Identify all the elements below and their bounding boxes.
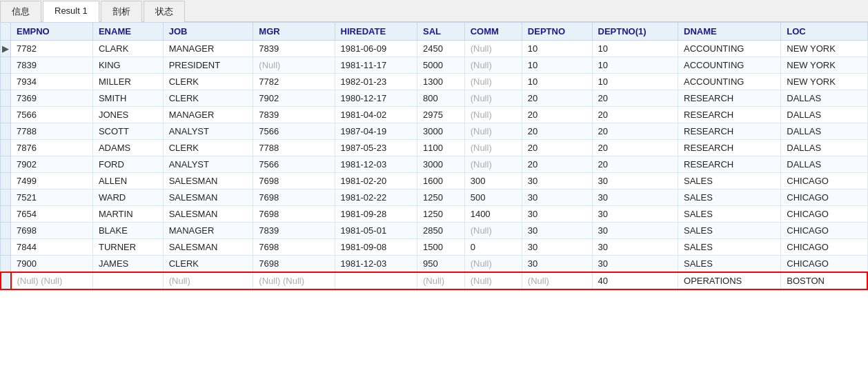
tab-剖析[interactable]: 剖析 <box>101 1 142 22</box>
col-header-empno[interactable]: EMPNO <box>11 23 93 41</box>
comm-cell: (Null) <box>464 272 522 289</box>
job-cell: MANAGER <box>163 41 253 57</box>
deptno1-cell: 20 <box>592 123 678 140</box>
dname-cell: RESEARCH <box>678 123 781 140</box>
sal-cell: 5000 <box>417 57 464 74</box>
hiredate-cell: 1981-02-20 <box>335 173 417 190</box>
job-cell: CLERK <box>163 90 253 107</box>
loc-cell: DALLAS <box>781 107 867 123</box>
deptno-cell: 20 <box>522 140 592 156</box>
table-row: 7900JAMESCLERK76981981-12-03950(Null)303… <box>1 256 868 273</box>
comm-cell: (Null) <box>464 74 522 90</box>
dname-cell: RESEARCH <box>678 156 781 173</box>
ename-cell: SCOTT <box>92 123 163 140</box>
deptno-cell: 30 <box>522 206 592 223</box>
loc-cell: CHICAGO <box>781 256 867 273</box>
empno-cell: 7839 <box>11 57 93 74</box>
job-cell: (Null) <box>163 272 253 289</box>
col-header-deptno1[interactable]: DEPTNO(1) <box>592 23 678 41</box>
col-indicator <box>1 23 11 41</box>
deptno1-cell: 20 <box>592 140 678 156</box>
dname-cell: RESEARCH <box>678 90 781 107</box>
loc-cell: NEW YORK <box>781 57 867 74</box>
deptno-cell: 30 <box>522 190 592 206</box>
sal-cell: 1250 <box>417 190 464 206</box>
row-indicator <box>1 107 11 123</box>
deptno-cell: 30 <box>522 223 592 239</box>
sal-cell: 3000 <box>417 123 464 140</box>
mgr-cell: (Null) <box>253 57 335 74</box>
col-header-loc[interactable]: LOC <box>781 23 867 41</box>
comm-cell: 0 <box>464 239 522 256</box>
tab-Result 1[interactable]: Result 1 <box>43 1 99 22</box>
col-header-sal[interactable]: SAL <box>417 23 464 41</box>
hiredate-cell: 1981-12-03 <box>335 256 417 273</box>
sal-cell: 1250 <box>417 206 464 223</box>
deptno-cell: (Null) <box>522 272 592 289</box>
comm-cell: 500 <box>464 190 522 206</box>
job-cell: ANALYST <box>163 156 253 173</box>
comm-cell: 1400 <box>464 206 522 223</box>
col-header-deptno[interactable]: DEPTNO <box>522 23 592 41</box>
empno-cell: (Null) (Null) <box>11 272 93 289</box>
mgr-cell: 7566 <box>253 156 335 173</box>
dname-cell: SALES <box>678 256 781 273</box>
sal-cell: 800 <box>417 90 464 107</box>
mgr-cell: 7839 <box>253 223 335 239</box>
sal-cell: 3000 <box>417 156 464 173</box>
row-indicator <box>1 140 11 156</box>
empno-cell: 7499 <box>11 173 93 190</box>
table-header: EMPNOENAMEJOBMGRHIREDATESALCOMMDEPTNODEP… <box>1 23 868 41</box>
row-indicator <box>1 74 11 90</box>
row-indicator <box>1 256 11 273</box>
hiredate-cell: 1981-09-08 <box>335 239 417 256</box>
ename-cell: WARD <box>92 190 163 206</box>
ename-cell: KING <box>92 57 163 74</box>
table-row: 7876ADAMSCLERK77881987-05-231100(Null)20… <box>1 140 868 156</box>
row-indicator <box>1 223 11 239</box>
tab-状态[interactable]: 状态 <box>144 1 185 22</box>
col-header-comm[interactable]: COMM <box>464 23 522 41</box>
sal-cell: 2975 <box>417 107 464 123</box>
table-row: 7844TURNERSALESMAN76981981-09-0815000303… <box>1 239 868 256</box>
row-indicator <box>1 206 11 223</box>
deptno-cell: 30 <box>522 256 592 273</box>
job-cell: PRESIDENT <box>163 57 253 74</box>
hiredate-cell: 1981-04-02 <box>335 107 417 123</box>
col-header-dname[interactable]: DNAME <box>678 23 781 41</box>
loc-cell: CHICAGO <box>781 190 867 206</box>
dname-cell: ACCOUNTING <box>678 41 781 57</box>
deptno1-cell: 30 <box>592 173 678 190</box>
loc-cell: DALLAS <box>781 156 867 173</box>
job-cell: CLERK <box>163 74 253 90</box>
row-indicator <box>1 57 11 74</box>
empno-cell: 7654 <box>11 206 93 223</box>
row-indicator <box>1 156 11 173</box>
dname-cell: SALES <box>678 190 781 206</box>
ename-cell: ADAMS <box>92 140 163 156</box>
comm-cell: (Null) <box>464 223 522 239</box>
job-cell: SALESMAN <box>163 206 253 223</box>
hiredate-cell: 1981-11-17 <box>335 57 417 74</box>
hiredate-cell: 1982-01-23 <box>335 74 417 90</box>
comm-cell: (Null) <box>464 57 522 74</box>
table-row: 7839KINGPRESIDENT(Null)1981-11-175000(Nu… <box>1 57 868 74</box>
tab-信息[interactable]: 信息 <box>0 1 41 22</box>
empno-cell: 7902 <box>11 156 93 173</box>
loc-cell: DALLAS <box>781 140 867 156</box>
loc-cell: CHICAGO <box>781 206 867 223</box>
table-row: 7369SMITHCLERK79021980-12-17800(Null)202… <box>1 90 868 107</box>
comm-cell: (Null) <box>464 156 522 173</box>
col-header-mgr[interactable]: MGR <box>253 23 335 41</box>
job-cell: MANAGER <box>163 223 253 239</box>
mgr-cell: 7839 <box>253 41 335 57</box>
table-row: (Null) (Null)(Null)(Null) (Null)(Null)(N… <box>1 272 868 289</box>
col-header-hiredate[interactable]: HIREDATE <box>335 23 417 41</box>
hiredate-cell: 1981-06-09 <box>335 41 417 57</box>
empno-cell: 7934 <box>11 74 93 90</box>
table-body: ▶7782CLARKMANAGER78391981-06-092450(Null… <box>1 41 868 290</box>
mgr-cell: 7902 <box>253 90 335 107</box>
col-header-ename[interactable]: ENAME <box>92 23 163 41</box>
sal-cell: 1600 <box>417 173 464 190</box>
col-header-job[interactable]: JOB <box>163 23 253 41</box>
